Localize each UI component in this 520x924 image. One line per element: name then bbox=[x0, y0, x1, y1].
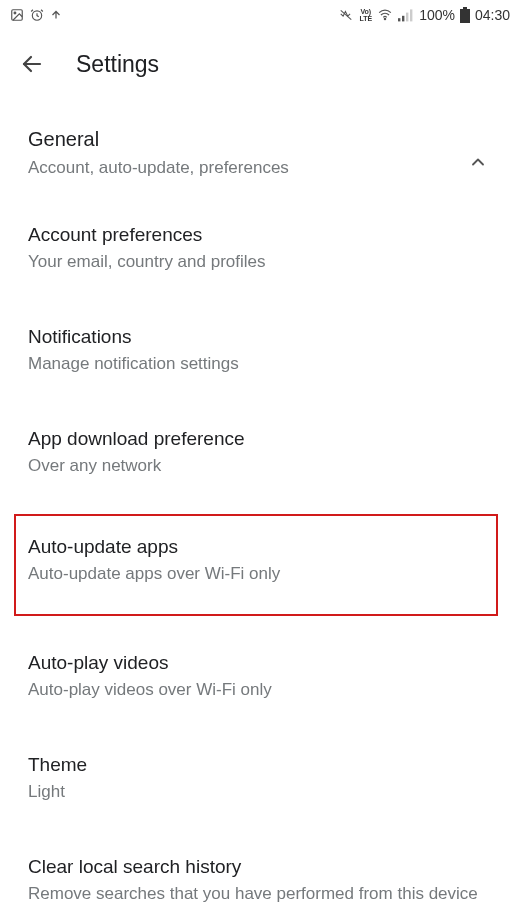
status-time: 04:30 bbox=[475, 7, 510, 23]
item-notifications[interactable]: Notifications Manage notification settin… bbox=[28, 310, 492, 392]
svg-rect-9 bbox=[463, 7, 467, 9]
item-subtitle: Light bbox=[28, 781, 492, 804]
item-title: Clear local search history bbox=[28, 856, 492, 878]
svg-rect-7 bbox=[406, 13, 408, 22]
item-title: App download preference bbox=[28, 428, 492, 450]
status-left bbox=[10, 8, 62, 22]
battery-percent: 100% bbox=[419, 7, 455, 23]
item-theme[interactable]: Theme Light bbox=[28, 738, 492, 820]
section-title: General bbox=[28, 128, 468, 151]
item-title: Account preferences bbox=[28, 224, 492, 246]
image-icon bbox=[10, 8, 24, 22]
settings-content: General Account, auto-update, preference… bbox=[0, 92, 520, 924]
chevron-up-icon[interactable] bbox=[468, 152, 488, 172]
svg-point-1 bbox=[14, 12, 16, 14]
svg-rect-10 bbox=[460, 9, 470, 23]
page-title: Settings bbox=[76, 51, 159, 78]
item-title: Auto-update apps bbox=[28, 536, 484, 558]
item-account-preferences[interactable]: Account preferences Your email, country … bbox=[28, 208, 492, 290]
upload-icon bbox=[50, 8, 62, 22]
item-subtitle: Over any network bbox=[28, 455, 492, 478]
battery-icon bbox=[460, 7, 470, 23]
item-app-download-preference[interactable]: App download preference Over any network bbox=[28, 412, 492, 494]
item-title: Theme bbox=[28, 754, 492, 776]
volte-indicator: Vo)LTE bbox=[359, 8, 372, 22]
item-subtitle: Auto-update apps over Wi-Fi only bbox=[28, 563, 484, 586]
item-subtitle: Your email, country and profiles bbox=[28, 251, 492, 274]
vibrate-icon bbox=[338, 8, 354, 22]
wifi-icon bbox=[377, 8, 393, 22]
app-bar: Settings bbox=[0, 36, 520, 92]
item-subtitle: Manage notification settings bbox=[28, 353, 492, 376]
signal-icon bbox=[398, 8, 414, 22]
svg-point-4 bbox=[384, 18, 385, 19]
item-title: Notifications bbox=[28, 326, 492, 348]
arrow-back-icon bbox=[20, 52, 44, 76]
back-button[interactable] bbox=[12, 44, 52, 84]
section-subtitle: Account, auto-update, preferences bbox=[28, 157, 468, 180]
svg-rect-5 bbox=[398, 18, 400, 21]
item-title: Auto-play videos bbox=[28, 652, 492, 674]
item-subtitle: Remove searches that you have performed … bbox=[28, 883, 492, 906]
svg-rect-8 bbox=[410, 9, 412, 21]
svg-rect-6 bbox=[402, 16, 404, 22]
item-clear-local-search-history[interactable]: Clear local search history Remove search… bbox=[28, 840, 492, 922]
item-auto-play-videos[interactable]: Auto-play videos Auto-play videos over W… bbox=[28, 636, 492, 718]
alarm-icon bbox=[30, 8, 44, 22]
item-subtitle: Auto-play videos over Wi-Fi only bbox=[28, 679, 492, 702]
item-auto-update-apps[interactable]: Auto-update apps Auto-update apps over W… bbox=[14, 514, 498, 616]
status-right: Vo)LTE 100% 04:30 bbox=[338, 7, 510, 23]
section-general[interactable]: General Account, auto-update, preference… bbox=[28, 92, 492, 188]
status-bar: Vo)LTE 100% 04:30 bbox=[0, 0, 520, 28]
